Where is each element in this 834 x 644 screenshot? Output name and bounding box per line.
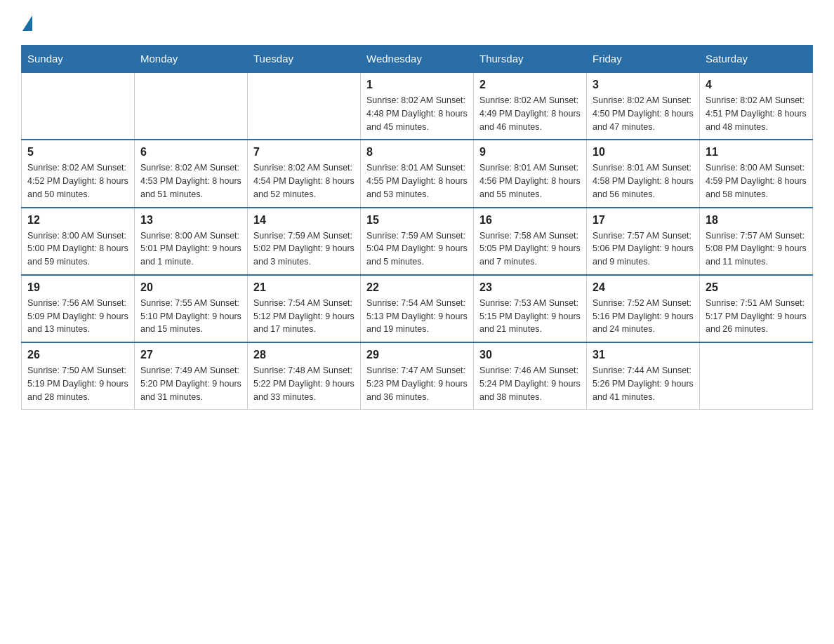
calendar-week-row: 12Sunrise: 8:00 AM Sunset: 5:00 PM Dayli…	[22, 208, 813, 275]
day-info: Sunrise: 7:55 AM Sunset: 5:10 PM Dayligh…	[140, 297, 241, 336]
calendar-cell: 11Sunrise: 8:00 AM Sunset: 4:59 PM Dayli…	[700, 140, 813, 207]
calendar-cell: 2Sunrise: 8:02 AM Sunset: 4:49 PM Daylig…	[474, 72, 587, 140]
day-info: Sunrise: 8:02 AM Sunset: 4:51 PM Dayligh…	[706, 94, 807, 133]
calendar-header-saturday: Saturday	[700, 46, 813, 73]
calendar-cell: 3Sunrise: 8:02 AM Sunset: 4:50 PM Daylig…	[587, 72, 700, 140]
day-info: Sunrise: 8:00 AM Sunset: 5:00 PM Dayligh…	[27, 229, 128, 269]
day-number: 24	[593, 281, 694, 294]
day-number: 22	[366, 281, 468, 294]
day-info: Sunrise: 8:00 AM Sunset: 4:59 PM Dayligh…	[706, 161, 807, 201]
day-number: 25	[706, 281, 807, 294]
day-info: Sunrise: 7:56 AM Sunset: 5:09 PM Dayligh…	[27, 297, 128, 336]
calendar-cell: 30Sunrise: 7:46 AM Sunset: 5:24 PM Dayli…	[474, 342, 587, 410]
page-header	[21, 14, 813, 31]
day-number: 31	[593, 349, 694, 361]
day-number: 14	[253, 214, 355, 227]
day-number: 7	[253, 146, 355, 159]
day-number: 13	[140, 214, 241, 227]
day-number: 9	[479, 146, 581, 159]
calendar-cell: 21Sunrise: 7:54 AM Sunset: 5:12 PM Dayli…	[248, 275, 361, 342]
day-info: Sunrise: 7:49 AM Sunset: 5:20 PM Dayligh…	[140, 364, 241, 403]
day-number: 19	[27, 281, 128, 294]
calendar-cell: 10Sunrise: 8:01 AM Sunset: 4:58 PM Dayli…	[587, 140, 700, 207]
day-info: Sunrise: 8:02 AM Sunset: 4:50 PM Dayligh…	[593, 94, 694, 133]
calendar-cell	[135, 72, 248, 140]
day-number: 15	[366, 214, 468, 227]
calendar-cell: 9Sunrise: 8:01 AM Sunset: 4:56 PM Daylig…	[474, 140, 587, 207]
calendar-cell: 23Sunrise: 7:53 AM Sunset: 5:15 PM Dayli…	[474, 275, 587, 342]
calendar-cell: 18Sunrise: 7:57 AM Sunset: 5:08 PM Dayli…	[700, 208, 813, 275]
day-info: Sunrise: 7:54 AM Sunset: 5:12 PM Dayligh…	[253, 297, 355, 336]
calendar-week-row: 19Sunrise: 7:56 AM Sunset: 5:09 PM Dayli…	[22, 275, 813, 342]
day-number: 10	[593, 146, 694, 159]
calendar-cell: 16Sunrise: 7:58 AM Sunset: 5:05 PM Dayli…	[474, 208, 587, 275]
day-number: 5	[27, 146, 128, 159]
calendar-cell: 17Sunrise: 7:57 AM Sunset: 5:06 PM Dayli…	[587, 208, 700, 275]
calendar-cell: 1Sunrise: 8:02 AM Sunset: 4:48 PM Daylig…	[361, 72, 474, 140]
calendar-cell: 12Sunrise: 8:00 AM Sunset: 5:00 PM Dayli…	[22, 208, 135, 275]
calendar-cell	[700, 342, 813, 410]
calendar-header-tuesday: Tuesday	[248, 46, 361, 73]
day-number: 2	[479, 79, 581, 91]
day-number: 26	[27, 349, 128, 361]
day-info: Sunrise: 8:01 AM Sunset: 4:56 PM Dayligh…	[479, 161, 581, 201]
calendar-cell: 28Sunrise: 7:48 AM Sunset: 5:22 PM Dayli…	[248, 342, 361, 410]
calendar-cell	[22, 72, 135, 140]
day-info: Sunrise: 8:02 AM Sunset: 4:54 PM Dayligh…	[253, 161, 355, 201]
calendar-cell: 29Sunrise: 7:47 AM Sunset: 5:23 PM Dayli…	[361, 342, 474, 410]
day-number: 27	[140, 349, 241, 361]
calendar-header-row: SundayMondayTuesdayWednesdayThursdayFrid…	[22, 46, 813, 73]
calendar-week-row: 1Sunrise: 8:02 AM Sunset: 4:48 PM Daylig…	[22, 72, 813, 140]
day-number: 1	[366, 79, 468, 91]
calendar-cell: 8Sunrise: 8:01 AM Sunset: 4:55 PM Daylig…	[361, 140, 474, 207]
day-info: Sunrise: 7:46 AM Sunset: 5:24 PM Dayligh…	[479, 364, 581, 403]
day-number: 23	[479, 281, 581, 294]
calendar-cell: 15Sunrise: 7:59 AM Sunset: 5:04 PM Dayli…	[361, 208, 474, 275]
calendar-header-sunday: Sunday	[22, 46, 135, 73]
day-info: Sunrise: 8:02 AM Sunset: 4:53 PM Dayligh…	[140, 161, 241, 201]
day-number: 21	[253, 281, 355, 294]
calendar-cell: 20Sunrise: 7:55 AM Sunset: 5:10 PM Dayli…	[135, 275, 248, 342]
calendar-cell	[248, 72, 361, 140]
day-info: Sunrise: 7:47 AM Sunset: 5:23 PM Dayligh…	[366, 364, 468, 403]
calendar-cell: 22Sunrise: 7:54 AM Sunset: 5:13 PM Dayli…	[361, 275, 474, 342]
day-info: Sunrise: 7:57 AM Sunset: 5:08 PM Dayligh…	[706, 229, 807, 269]
day-info: Sunrise: 8:02 AM Sunset: 4:49 PM Dayligh…	[479, 94, 581, 133]
day-info: Sunrise: 8:02 AM Sunset: 4:48 PM Dayligh…	[366, 94, 468, 133]
calendar-week-row: 26Sunrise: 7:50 AM Sunset: 5:19 PM Dayli…	[22, 342, 813, 410]
calendar-cell: 13Sunrise: 8:00 AM Sunset: 5:01 PM Dayli…	[135, 208, 248, 275]
calendar-table: SundayMondayTuesdayWednesdayThursdayFrid…	[21, 45, 813, 410]
calendar-header-monday: Monday	[135, 46, 248, 73]
day-number: 29	[366, 349, 468, 361]
day-number: 28	[253, 349, 355, 361]
calendar-cell: 6Sunrise: 8:02 AM Sunset: 4:53 PM Daylig…	[135, 140, 248, 207]
day-number: 18	[706, 214, 807, 227]
day-number: 30	[479, 349, 581, 361]
calendar-cell: 24Sunrise: 7:52 AM Sunset: 5:16 PM Dayli…	[587, 275, 700, 342]
calendar-header-friday: Friday	[587, 46, 700, 73]
day-number: 20	[140, 281, 241, 294]
day-info: Sunrise: 7:50 AM Sunset: 5:19 PM Dayligh…	[27, 364, 128, 403]
day-info: Sunrise: 7:44 AM Sunset: 5:26 PM Dayligh…	[593, 364, 694, 403]
day-number: 17	[593, 214, 694, 227]
day-info: Sunrise: 7:51 AM Sunset: 5:17 PM Dayligh…	[706, 297, 807, 336]
calendar-cell: 7Sunrise: 8:02 AM Sunset: 4:54 PM Daylig…	[248, 140, 361, 207]
day-info: Sunrise: 7:58 AM Sunset: 5:05 PM Dayligh…	[479, 229, 581, 269]
calendar-cell: 19Sunrise: 7:56 AM Sunset: 5:09 PM Dayli…	[22, 275, 135, 342]
day-info: Sunrise: 8:00 AM Sunset: 5:01 PM Dayligh…	[140, 229, 241, 269]
calendar-cell: 27Sunrise: 7:49 AM Sunset: 5:20 PM Dayli…	[135, 342, 248, 410]
logo-triangle-icon	[22, 15, 32, 31]
day-info: Sunrise: 7:59 AM Sunset: 5:02 PM Dayligh…	[253, 229, 355, 269]
calendar-week-row: 5Sunrise: 8:02 AM Sunset: 4:52 PM Daylig…	[22, 140, 813, 207]
calendar-cell: 31Sunrise: 7:44 AM Sunset: 5:26 PM Dayli…	[587, 342, 700, 410]
day-number: 4	[706, 79, 807, 91]
day-number: 3	[593, 79, 694, 91]
day-number: 16	[479, 214, 581, 227]
day-info: Sunrise: 7:52 AM Sunset: 5:16 PM Dayligh…	[593, 297, 694, 336]
calendar-cell: 26Sunrise: 7:50 AM Sunset: 5:19 PM Dayli…	[22, 342, 135, 410]
day-number: 6	[140, 146, 241, 159]
day-info: Sunrise: 7:59 AM Sunset: 5:04 PM Dayligh…	[366, 229, 468, 269]
day-number: 12	[27, 214, 128, 227]
day-info: Sunrise: 8:01 AM Sunset: 4:58 PM Dayligh…	[593, 161, 694, 201]
day-number: 8	[366, 146, 468, 159]
